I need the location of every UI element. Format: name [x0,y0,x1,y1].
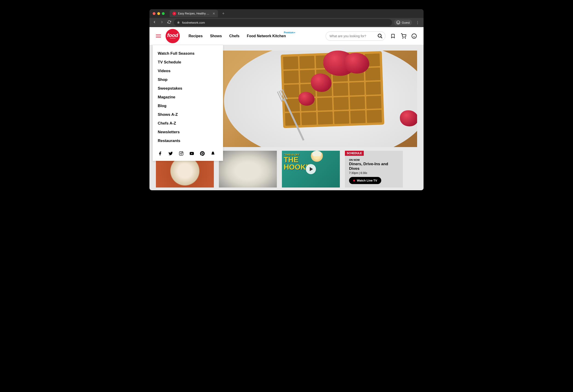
nav-kitchen-label: Food Network Kitchen [247,34,286,38]
premium-badge: Premium [284,31,295,34]
social-row [153,145,223,158]
reload-button[interactable] [166,20,172,25]
back-button[interactable] [152,20,157,25]
search-button[interactable] [376,32,384,40]
url-text: foodnetwork.com [182,21,205,24]
window-controls [153,12,165,15]
svg-point-3 [405,38,406,38]
schedule-badge: SCHEDULE [345,151,364,156]
avatar-icon [396,20,400,25]
live-dot-icon [353,180,355,182]
play-button[interactable] [306,164,316,174]
twitter-icon[interactable] [168,151,173,156]
on-now-label: ON NOW [349,158,399,161]
hero-image [224,51,417,147]
svg-point-2 [403,38,403,38]
lock-icon [177,21,180,24]
bookmark-button[interactable] [390,33,396,39]
browser-tab[interactable]: f Easy Recipes, Healthy Eating Id ✕ [170,10,218,17]
logo-text-main: food [167,33,178,38]
show-title: Diners, Drive-Ins and Dives [349,162,399,171]
watch-live-label: Watch Live TV [357,179,377,182]
snapchat-icon[interactable] [211,151,215,156]
nav-recipes[interactable]: Recipes [189,34,203,38]
svg-point-4 [412,34,416,38]
youtube-icon[interactable] [189,151,194,156]
menu-shows-az[interactable]: Shows A-Z [153,110,223,119]
svg-point-8 [180,153,182,154]
pinterest-icon[interactable] [200,151,205,156]
menu-chefs-az[interactable]: Chefs A-Z [153,119,223,128]
show-time: 7:30pm | 6:30c [349,171,399,175]
guest-label: Guest [402,21,410,24]
schedule-card: SCHEDULE ON NOW Diners, Drive-Ins and Di… [345,151,403,187]
menu-restaurants[interactable]: Restaurants [153,136,223,145]
tab-favicon: f [172,12,176,15]
cart-button[interactable] [401,33,407,39]
close-window-button[interactable] [153,12,155,15]
browser-toolbar: foodnetwork.com Guest ⋮ [149,18,424,27]
maximize-window-button[interactable] [162,12,165,15]
watch-live-button[interactable]: Watch Live TV [349,177,381,184]
browser-window: f Easy Recipes, Healthy Eating Id ✕ + fo… [149,9,424,190]
menu-magazine[interactable]: Magazine [153,93,223,102]
menu-blog[interactable]: Blog [153,102,223,110]
hamburger-menu-button[interactable] [156,34,161,38]
titlebar: f Easy Recipes, Healthy Eating Id ✕ + [149,9,424,18]
cart-icon [401,33,406,39]
dropdown-menu: Watch Full Seasons TV Schedule Videos Sh… [153,45,223,161]
menu-sweepstakes[interactable]: Sweepstakes [153,84,223,93]
content-card-soup[interactable] [219,151,277,187]
main-nav: Recipes Shows Chefs Food Network Kitchen… [189,34,286,38]
menu-videos[interactable]: Videos [153,67,223,75]
bookmark-icon [391,34,395,39]
facebook-icon[interactable] [158,151,162,156]
content-card-video[interactable]: "THIS IS OFF THE HOOK" [282,151,340,187]
menu-newsletters[interactable]: Newsletters [153,128,223,136]
menu-watch-full-seasons[interactable]: Watch Full Seasons [153,49,223,58]
smile-icon [411,33,417,39]
address-bar[interactable]: foodnetwork.com [174,19,392,26]
new-tab-button[interactable]: + [222,11,225,16]
nav-chefs[interactable]: Chefs [229,34,239,38]
forward-button[interactable] [159,20,165,25]
search-input[interactable] [329,34,376,38]
browser-menu-button[interactable]: ⋮ [414,20,421,25]
search-icon [377,33,383,39]
guest-profile-button[interactable]: Guest [394,19,412,26]
svg-point-9 [182,152,182,153]
logo-text-sub: network [170,37,176,39]
instagram-icon[interactable] [179,151,183,156]
site-logo[interactable]: food network [165,29,180,43]
video-overlay-text: "THIS IS OFF THE HOOK" [284,153,309,171]
nav-kitchen[interactable]: Food Network Kitchen Premium [247,34,286,38]
page-content: food network Recipes Shows Chefs Food Ne… [149,27,424,190]
svg-point-0 [378,34,381,37]
tab-title: Easy Recipes, Healthy Eating Id [178,12,211,15]
menu-shop[interactable]: Shop [153,75,223,84]
minimize-window-button[interactable] [157,12,160,15]
search-box[interactable] [326,32,385,41]
profile-button[interactable] [411,33,417,39]
nav-shows[interactable]: Shows [210,34,222,38]
svg-line-1 [381,37,382,38]
tab-close-button[interactable]: ✕ [213,12,215,15]
menu-tv-schedule[interactable]: TV Schedule [153,58,223,67]
site-header: food network Recipes Shows Chefs Food Ne… [149,27,424,45]
